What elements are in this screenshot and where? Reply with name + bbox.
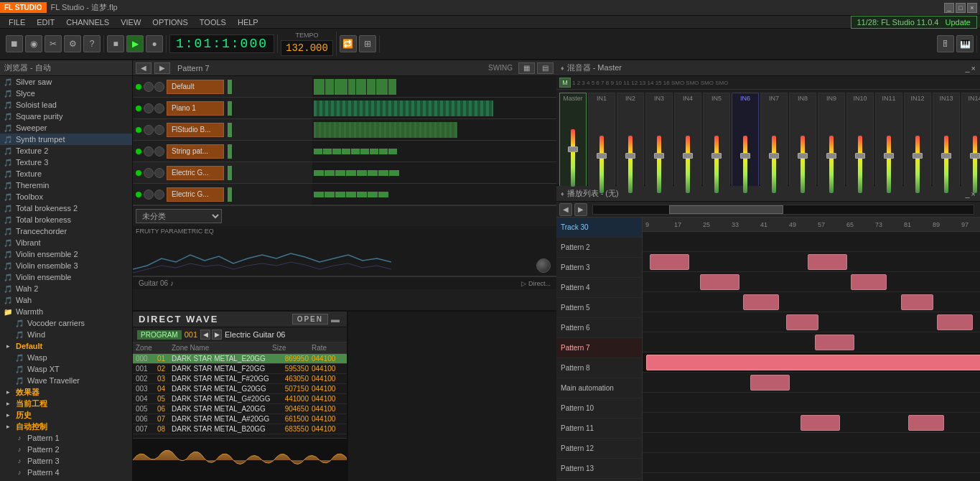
ch3-fader-knob[interactable] (654, 153, 664, 159)
pattern-nav-prev[interactable]: ◀ (136, 62, 151, 74)
zone-row-7[interactable]: 007 08 DARK STAR METAL_B20GG 683550 0441… (133, 424, 347, 434)
sidebar-item-pattern-5[interactable]: ♪Pattern 5 (0, 478, 132, 481)
ch14-fader-knob[interactable] (970, 153, 980, 159)
ch1-fader[interactable] (599, 136, 604, 193)
playlist-row-pattern6[interactable] (643, 332, 980, 352)
master-fader-knob[interactable] (568, 146, 578, 152)
ch8-fader-knob[interactable] (798, 153, 808, 159)
track-led[interactable] (136, 149, 141, 154)
track-led[interactable] (136, 192, 141, 197)
track-mute-btn[interactable] (144, 146, 154, 157)
ch2-fader[interactable] (628, 136, 633, 193)
zone-row-1[interactable]: 001 02 DARK STAR METAL_F20GG 595350 0441… (133, 364, 347, 374)
playlist-row-pattern13[interactable] (643, 473, 980, 481)
track-led[interactable] (136, 84, 141, 90)
bpm-display[interactable]: 132.000 (281, 40, 333, 56)
category-dropdown[interactable]: 未分类 (136, 209, 222, 223)
track-name-button[interactable]: FlStudio B... (167, 123, 224, 137)
mixer-minimize[interactable]: _ (965, 64, 969, 73)
ch4-fader-knob[interactable] (683, 153, 693, 159)
track-pattern-area[interactable] (312, 98, 556, 118)
track-pattern-area[interactable] (312, 76, 556, 97)
ch10-fader[interactable] (858, 136, 862, 193)
ch4-fader[interactable] (686, 136, 690, 193)
ch6-fader[interactable] (743, 136, 747, 193)
track-name-button[interactable]: Default (167, 80, 224, 94)
pl-next-btn[interactable]: ▶ (574, 203, 587, 216)
sidebar-item-[interactable]: ▸当前工程 (0, 398, 132, 409)
sidebar-item-synth-trumpet[interactable]: 🎵Synth trumpet (0, 134, 132, 145)
sidebar-item-[interactable]: ▸效果器 (0, 386, 132, 398)
sidebar-item-total-brokeness-2[interactable]: 🎵Total brokeness 2 (0, 202, 132, 214)
mixer-button[interactable]: 🎚 (937, 35, 954, 52)
prog-next-btn[interactable]: ▶ (212, 330, 222, 340)
sidebar-item-texture-2[interactable]: 🎵Texture 2 (0, 145, 132, 157)
playlist-track-pattern4[interactable]: Pattern 4 (556, 278, 642, 298)
zone-row-5[interactable]: 005 06 DARK STAR METAL_A20GG 904650 0441… (133, 404, 347, 414)
sidebar-item-wave-traveller[interactable]: 🎵Wave Traveller (0, 375, 132, 386)
playlist-track-pattern6[interactable]: Pattern 6 (556, 318, 642, 338)
playlist-scrollbar[interactable] (592, 205, 974, 215)
playlist-minimize[interactable]: _ (965, 190, 969, 198)
track-mute-btn[interactable] (144, 168, 154, 178)
track-mute-btn[interactable] (144, 190, 154, 200)
zone-row-4[interactable]: 004 05 DARK STAR METAL_G#20GG 441000 044… (133, 394, 347, 404)
playlist-row-pattern10[interactable] (643, 413, 980, 433)
playlist-row-main-automation[interactable] (643, 393, 980, 413)
track-led[interactable] (136, 106, 141, 111)
playlist-row-pattern5[interactable] (643, 312, 980, 332)
tool-btn-3[interactable]: ✂ (45, 35, 62, 52)
sidebar-item-silver-saw[interactable]: 🎵Silver saw (0, 76, 132, 88)
sidebar-item-vibrant[interactable]: 🎵Vibrant (0, 237, 132, 248)
stop-button[interactable]: ■ (107, 35, 124, 52)
sidebar-item-texture-3[interactable]: 🎵Texture 3 (0, 157, 132, 168)
track-solo-btn[interactable] (154, 190, 164, 200)
tool-btn-4[interactable]: ⚙ (64, 35, 81, 52)
sidebar-item-vocoder-carriers[interactable]: 🎵Vocoder carriers (0, 317, 132, 329)
sidebar-item-total-brokeness[interactable]: 🎵Total brokeness (0, 214, 132, 225)
sidebar-item-soloist-lead[interactable]: 🎵Soloist lead (0, 99, 132, 111)
sidebar-item-violin-ensemble-2[interactable]: 🎵Violin ensemble 2 (0, 248, 132, 260)
sidebar-item-pattern-2[interactable]: ♪Pattern 2 (0, 444, 132, 455)
track-name-button[interactable]: String pat... (167, 144, 224, 159)
menu-view[interactable]: VIEW (115, 16, 146, 28)
zone-row-3[interactable]: 003 04 DARK STAR METAL_G20GG 507150 0441… (133, 384, 347, 394)
track-pattern-area[interactable] (312, 162, 556, 183)
piano-roll-button[interactable]: 🎹 (956, 35, 974, 52)
track-solo-btn[interactable] (154, 125, 164, 135)
playlist-timeline[interactable]: 9 17 25 33 41 49 57 65 73 81 89 97 105 1… (643, 218, 980, 481)
dw-close-icon[interactable]: ▬ (331, 314, 341, 324)
ch10-fader-knob[interactable] (855, 153, 865, 159)
tool-btn-2[interactable]: ◉ (25, 35, 42, 52)
sidebar-item-wah[interactable]: 🎵Wah (0, 294, 132, 306)
ch9-fader-knob[interactable] (826, 153, 836, 159)
ch12-fader-knob[interactable] (913, 153, 923, 159)
sidebar-item-wasp[interactable]: 🎵Wasp (0, 352, 132, 363)
track-name-button[interactable]: Piano 1 (167, 101, 224, 116)
sidebar-item-warmth[interactable]: 📁Warmth (0, 306, 132, 317)
ch9-fader[interactable] (829, 136, 834, 193)
sidebar-item-pattern-4[interactable]: ♪Pattern 4 (0, 467, 132, 478)
menu-options[interactable]: OPTIONS (146, 16, 194, 28)
sidebar-item-toolbox[interactable]: 🎵Toolbox (0, 191, 132, 202)
zone-row-2[interactable]: 002 03 DARK STAR METAL_F#20GG 463050 044… (133, 374, 347, 384)
playlist-track-pattern3[interactable]: Pattern 3 (556, 258, 642, 278)
pattern-nav-next[interactable]: ▶ (154, 62, 170, 74)
ch7-fader-knob[interactable] (769, 153, 779, 159)
playlist-track-pattern12[interactable]: Pattern 12 (556, 439, 642, 459)
ch5-fader[interactable] (714, 136, 719, 193)
track-pattern-area[interactable] (312, 184, 556, 205)
playlist-track-main-automation[interactable]: Main automation (556, 378, 642, 398)
sidebar-item-violin-ensemble-3[interactable]: 🎵Violin ensemble 3 (0, 260, 132, 271)
playlist-row-pattern4[interactable] (643, 292, 980, 312)
track-led[interactable] (136, 170, 141, 176)
view-btn-1[interactable]: ▦ (518, 62, 535, 74)
playlist-track-pattern7[interactable]: Pattern 7 (556, 338, 642, 358)
sidebar-item-wasp-xt[interactable]: 🎵Wasp XT (0, 363, 132, 375)
minimize-button[interactable]: _ (944, 3, 954, 13)
sidebar-item-[interactable]: ▸自动控制 (0, 421, 132, 432)
ch7-fader[interactable] (772, 136, 776, 193)
sidebar-item-sweeper[interactable]: 🎵Sweeper (0, 122, 132, 134)
eq-knob[interactable] (536, 258, 551, 273)
sidebar-item-[interactable]: ▸历史 (0, 409, 132, 421)
